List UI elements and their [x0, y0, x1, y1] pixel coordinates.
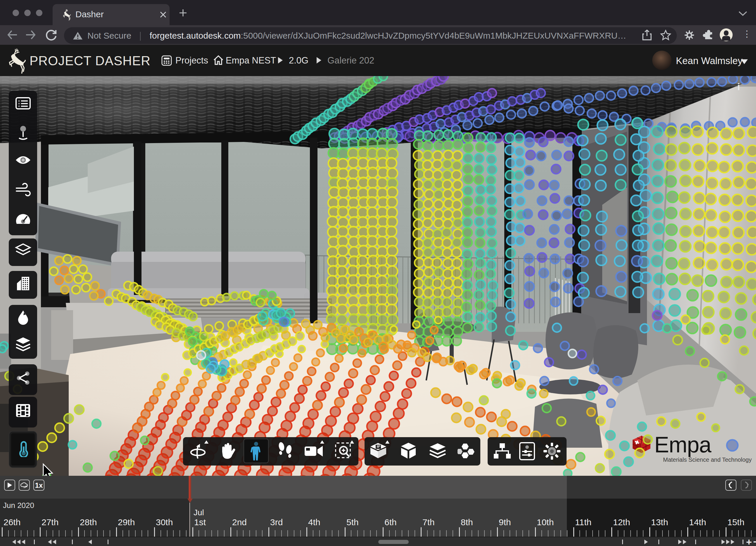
svg-text:i: i	[737, 81, 740, 92]
svg-text:Empa: Empa	[654, 432, 712, 457]
svg-text:Materials Science and Technolo: Materials Science and Technology	[663, 457, 752, 463]
